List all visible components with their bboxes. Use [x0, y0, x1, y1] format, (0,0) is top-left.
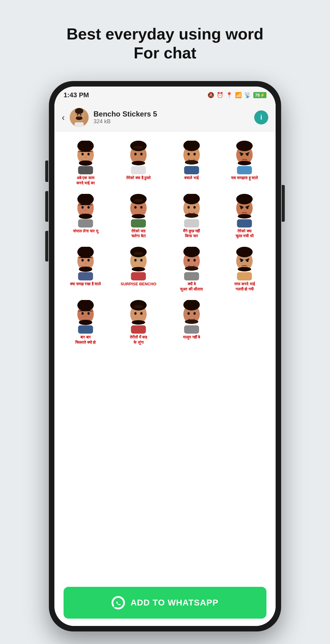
svg-rect-99: [131, 325, 146, 334]
svg-point-45: [134, 199, 143, 202]
sticker-item[interactable]: SURPISE BENCHO: [114, 244, 164, 294]
sticker-label: माफ करदे भाई गलती हो गयी: [234, 282, 255, 292]
svg-point-96: [140, 312, 142, 315]
svg-point-77: [193, 259, 196, 262]
page-title: Best everyday using word For chat: [67, 24, 263, 63]
svg-rect-27: [184, 166, 199, 174]
sticker-label: क्या समझ रखा है साले: [70, 282, 101, 287]
sticker-label: बचाले भाई: [184, 176, 199, 181]
info-button[interactable]: i: [254, 110, 268, 124]
svg-point-57: [246, 206, 248, 209]
sticker-item[interactable]: मैंने कुछ नहीं किया यार: [167, 191, 217, 241]
svg-point-26: [185, 160, 198, 165]
svg-point-51: [193, 206, 196, 209]
sticker-label: SURPISE BENCHO: [121, 282, 156, 287]
svg-rect-59: [237, 219, 252, 228]
mute-icon: 🔕: [207, 92, 214, 98]
sticker-item[interactable]: बचाले भाई: [167, 138, 217, 188]
battery-icon: 78⚡: [253, 92, 266, 98]
sticker-pack-size: 324 kB: [94, 118, 249, 125]
sticker-item[interactable]: सब समझता हु साले: [220, 138, 270, 188]
svg-point-29: [236, 141, 253, 151]
sticker-face: [67, 300, 104, 334]
sticker-face: [120, 141, 157, 174]
svg-point-82: [240, 259, 243, 262]
sticker-label: अबे एक काम करदे भाई का: [76, 176, 95, 186]
sticker-label: तेरीतों में कह के लूंगा: [130, 335, 147, 345]
sticker-item[interactable]: तेरेको क्या चुल्ल मची थी: [220, 191, 270, 241]
svg-point-84: [238, 267, 251, 272]
status-time: 1:43 PM: [64, 91, 89, 99]
header-avatar: [70, 108, 89, 127]
svg-point-13: [79, 161, 92, 166]
sticker-label: तेरेको क्या चुल्ल मची थी: [236, 229, 254, 239]
svg-point-2: [75, 108, 83, 114]
svg-point-46: [132, 214, 145, 219]
add-to-whatsapp-button[interactable]: ADD TO WHATSAPP: [64, 587, 266, 619]
svg-point-95: [134, 312, 137, 315]
sticker-item[interactable]: संभाल लेना यार तू: [61, 191, 111, 241]
svg-point-69: [134, 259, 137, 262]
sticker-item[interactable]: क्या समझ रखा है साले: [61, 244, 111, 294]
svg-point-76: [187, 259, 189, 262]
status-icons: 🔕 ⏰ 📍 📶 📡 78⚡: [207, 92, 266, 98]
svg-point-24: [187, 153, 189, 156]
svg-point-3: [77, 114, 78, 115]
whatsapp-icon: [112, 596, 125, 609]
sticker-item[interactable]: तेरीतों में कह के लूंगा: [114, 297, 164, 347]
sticker-face: [226, 247, 263, 280]
svg-point-6: [79, 116, 80, 117]
svg-rect-7: [75, 122, 84, 127]
svg-point-4: [80, 114, 81, 115]
sticker-face: [120, 194, 157, 228]
sticker-item[interactable]: मालूम नहीं बे: [167, 297, 217, 347]
sticker-face: [226, 194, 263, 228]
svg-rect-66: [78, 272, 93, 280]
sticker-pack-title: Bencho Stickers 5: [94, 110, 249, 118]
svg-point-18: [140, 153, 142, 156]
svg-point-52: [185, 213, 198, 218]
svg-point-98: [132, 320, 145, 325]
back-button[interactable]: ‹: [62, 112, 65, 123]
sticker-face: [67, 247, 104, 280]
svg-point-81: [236, 247, 253, 257]
svg-point-50: [187, 206, 189, 209]
svg-rect-92: [78, 325, 93, 334]
bottom-bar: ADD TO WHATSAPP: [54, 582, 276, 626]
svg-point-10: [81, 153, 83, 156]
sticker-label: तेरेको क्या है ठुल्ले: [126, 176, 151, 181]
svg-point-62: [81, 259, 83, 262]
sticker-face: [120, 300, 157, 334]
sticker-item[interactable]: क्यों बे सूअर की औलाद: [167, 244, 217, 294]
svg-point-102: [187, 312, 189, 315]
sticker-item[interactable]: माफ करदे भाई गलती हो गयी: [220, 244, 270, 294]
svg-point-44: [140, 206, 142, 209]
svg-point-36: [81, 206, 83, 209]
add-button-text: ADD TO WHATSAPP: [130, 598, 218, 608]
app-header: ‹: [54, 104, 276, 131]
sticker-face: [173, 141, 210, 174]
svg-point-68: [130, 247, 147, 257]
sticker-face: [67, 194, 104, 228]
sticker-item[interactable]: अबे एक काम करदे भाई का: [61, 138, 111, 188]
svg-point-83: [246, 259, 248, 262]
svg-point-19: [134, 146, 143, 149]
sticker-face: [173, 300, 210, 334]
svg-point-43: [134, 206, 137, 209]
svg-rect-73: [131, 272, 146, 280]
svg-rect-79: [184, 272, 199, 280]
svg-point-39: [79, 213, 92, 219]
svg-point-94: [130, 300, 147, 310]
sticker-item[interactable]: तेरेको क्या है ठुल्ले: [114, 138, 164, 188]
sticker-label: सब समझता हु साले: [231, 176, 258, 181]
sticker-face: [120, 247, 157, 280]
svg-point-63: [87, 259, 90, 262]
sticker-label: मालूम नहीं बे: [183, 335, 200, 340]
svg-point-58: [238, 214, 251, 219]
sticker-label: तेरेको पता चलेगा बेटा: [131, 229, 146, 239]
svg-rect-47: [131, 219, 146, 228]
signal-icon: 📡: [244, 92, 251, 98]
svg-point-25: [193, 153, 196, 156]
sticker-item[interactable]: तेरेको पता चलेगा बेटा: [114, 191, 164, 241]
sticker-item[interactable]: बार बार चिल्लाते क्यो हो: [61, 297, 111, 347]
